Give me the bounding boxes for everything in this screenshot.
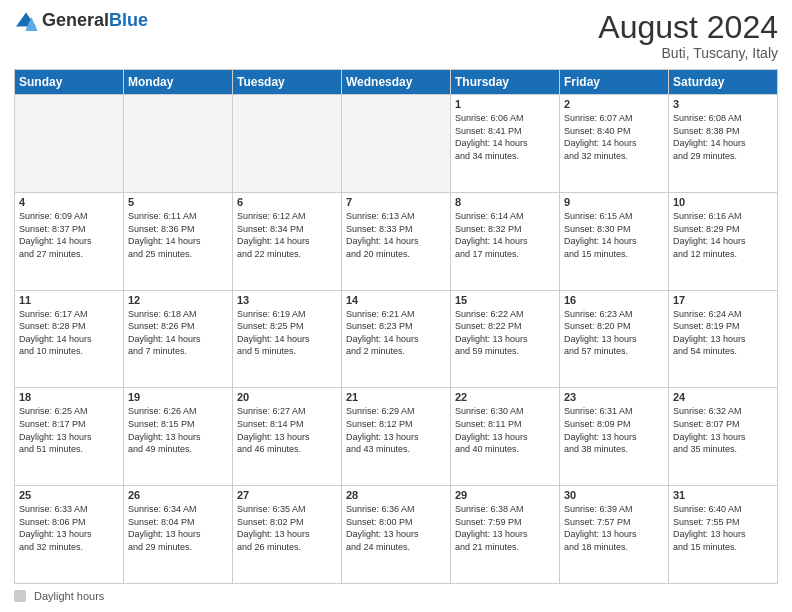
col-header-thursday: Thursday — [451, 70, 560, 95]
calendar-cell: 14Sunrise: 6:21 AM Sunset: 8:23 PM Dayli… — [342, 290, 451, 388]
day-number: 3 — [673, 98, 773, 110]
day-info: Sunrise: 6:30 AM Sunset: 8:11 PM Dayligh… — [455, 405, 555, 455]
day-number: 20 — [237, 391, 337, 403]
calendar-cell: 3Sunrise: 6:08 AM Sunset: 8:38 PM Daylig… — [669, 95, 778, 193]
day-info: Sunrise: 6:26 AM Sunset: 8:15 PM Dayligh… — [128, 405, 228, 455]
day-number: 7 — [346, 196, 446, 208]
calendar-cell: 25Sunrise: 6:33 AM Sunset: 8:06 PM Dayli… — [15, 486, 124, 584]
col-header-saturday: Saturday — [669, 70, 778, 95]
day-info: Sunrise: 6:32 AM Sunset: 8:07 PM Dayligh… — [673, 405, 773, 455]
day-info: Sunrise: 6:40 AM Sunset: 7:55 PM Dayligh… — [673, 503, 773, 553]
week-row-2: 4Sunrise: 6:09 AM Sunset: 8:37 PM Daylig… — [15, 192, 778, 290]
day-number: 23 — [564, 391, 664, 403]
calendar-cell: 12Sunrise: 6:18 AM Sunset: 8:26 PM Dayli… — [124, 290, 233, 388]
day-info: Sunrise: 6:09 AM Sunset: 8:37 PM Dayligh… — [19, 210, 119, 260]
calendar-cell: 8Sunrise: 6:14 AM Sunset: 8:32 PM Daylig… — [451, 192, 560, 290]
calendar-cell: 28Sunrise: 6:36 AM Sunset: 8:00 PM Dayli… — [342, 486, 451, 584]
day-number: 29 — [455, 489, 555, 501]
day-number: 17 — [673, 294, 773, 306]
calendar-cell: 9Sunrise: 6:15 AM Sunset: 8:30 PM Daylig… — [560, 192, 669, 290]
logo-blue: Blue — [109, 10, 148, 30]
calendar-cell: 1Sunrise: 6:06 AM Sunset: 8:41 PM Daylig… — [451, 95, 560, 193]
calendar-cell — [342, 95, 451, 193]
calendar-cell: 7Sunrise: 6:13 AM Sunset: 8:33 PM Daylig… — [342, 192, 451, 290]
calendar-cell — [233, 95, 342, 193]
footer-label: Daylight hours — [34, 590, 104, 602]
title-block: August 2024 Buti, Tuscany, Italy — [598, 10, 778, 61]
calendar-cell: 16Sunrise: 6:23 AM Sunset: 8:20 PM Dayli… — [560, 290, 669, 388]
col-header-wednesday: Wednesday — [342, 70, 451, 95]
day-number: 30 — [564, 489, 664, 501]
day-info: Sunrise: 6:12 AM Sunset: 8:34 PM Dayligh… — [237, 210, 337, 260]
day-number: 22 — [455, 391, 555, 403]
calendar-cell: 11Sunrise: 6:17 AM Sunset: 8:28 PM Dayli… — [15, 290, 124, 388]
day-info: Sunrise: 6:14 AM Sunset: 8:32 PM Dayligh… — [455, 210, 555, 260]
col-header-tuesday: Tuesday — [233, 70, 342, 95]
day-number: 18 — [19, 391, 119, 403]
day-number: 26 — [128, 489, 228, 501]
generalblue-logo-icon — [14, 11, 38, 31]
day-number: 10 — [673, 196, 773, 208]
day-number: 25 — [19, 489, 119, 501]
week-row-4: 18Sunrise: 6:25 AM Sunset: 8:17 PM Dayli… — [15, 388, 778, 486]
day-info: Sunrise: 6:27 AM Sunset: 8:14 PM Dayligh… — [237, 405, 337, 455]
day-number: 13 — [237, 294, 337, 306]
day-number: 11 — [19, 294, 119, 306]
day-info: Sunrise: 6:06 AM Sunset: 8:41 PM Dayligh… — [455, 112, 555, 162]
calendar-table: SundayMondayTuesdayWednesdayThursdayFrid… — [14, 69, 778, 584]
day-info: Sunrise: 6:25 AM Sunset: 8:17 PM Dayligh… — [19, 405, 119, 455]
day-number: 2 — [564, 98, 664, 110]
subtitle: Buti, Tuscany, Italy — [598, 45, 778, 61]
day-number: 21 — [346, 391, 446, 403]
day-info: Sunrise: 6:17 AM Sunset: 8:28 PM Dayligh… — [19, 308, 119, 358]
page: GeneralBlue August 2024 Buti, Tuscany, I… — [0, 0, 792, 612]
calendar-cell: 4Sunrise: 6:09 AM Sunset: 8:37 PM Daylig… — [15, 192, 124, 290]
day-info: Sunrise: 6:24 AM Sunset: 8:19 PM Dayligh… — [673, 308, 773, 358]
day-number: 8 — [455, 196, 555, 208]
day-number: 15 — [455, 294, 555, 306]
calendar-cell: 18Sunrise: 6:25 AM Sunset: 8:17 PM Dayli… — [15, 388, 124, 486]
day-number: 9 — [564, 196, 664, 208]
logo-general: General — [42, 10, 109, 30]
calendar-cell: 29Sunrise: 6:38 AM Sunset: 7:59 PM Dayli… — [451, 486, 560, 584]
day-info: Sunrise: 6:21 AM Sunset: 8:23 PM Dayligh… — [346, 308, 446, 358]
day-info: Sunrise: 6:07 AM Sunset: 8:40 PM Dayligh… — [564, 112, 664, 162]
calendar-cell: 23Sunrise: 6:31 AM Sunset: 8:09 PM Dayli… — [560, 388, 669, 486]
day-info: Sunrise: 6:18 AM Sunset: 8:26 PM Dayligh… — [128, 308, 228, 358]
footer-dot — [14, 590, 26, 602]
day-info: Sunrise: 6:08 AM Sunset: 8:38 PM Dayligh… — [673, 112, 773, 162]
day-info: Sunrise: 6:29 AM Sunset: 8:12 PM Dayligh… — [346, 405, 446, 455]
calendar-cell — [124, 95, 233, 193]
calendar-cell: 5Sunrise: 6:11 AM Sunset: 8:36 PM Daylig… — [124, 192, 233, 290]
day-number: 31 — [673, 489, 773, 501]
calendar-cell: 20Sunrise: 6:27 AM Sunset: 8:14 PM Dayli… — [233, 388, 342, 486]
calendar-cell: 26Sunrise: 6:34 AM Sunset: 8:04 PM Dayli… — [124, 486, 233, 584]
calendar-cell: 2Sunrise: 6:07 AM Sunset: 8:40 PM Daylig… — [560, 95, 669, 193]
col-header-friday: Friday — [560, 70, 669, 95]
day-number: 4 — [19, 196, 119, 208]
day-number: 14 — [346, 294, 446, 306]
logo-text: GeneralBlue — [42, 10, 148, 31]
footer: Daylight hours — [14, 590, 778, 602]
calendar-cell — [15, 95, 124, 193]
week-row-3: 11Sunrise: 6:17 AM Sunset: 8:28 PM Dayli… — [15, 290, 778, 388]
col-header-sunday: Sunday — [15, 70, 124, 95]
day-number: 12 — [128, 294, 228, 306]
day-info: Sunrise: 6:11 AM Sunset: 8:36 PM Dayligh… — [128, 210, 228, 260]
calendar-cell: 6Sunrise: 6:12 AM Sunset: 8:34 PM Daylig… — [233, 192, 342, 290]
calendar-cell: 15Sunrise: 6:22 AM Sunset: 8:22 PM Dayli… — [451, 290, 560, 388]
day-info: Sunrise: 6:39 AM Sunset: 7:57 PM Dayligh… — [564, 503, 664, 553]
calendar-cell: 19Sunrise: 6:26 AM Sunset: 8:15 PM Dayli… — [124, 388, 233, 486]
day-info: Sunrise: 6:31 AM Sunset: 8:09 PM Dayligh… — [564, 405, 664, 455]
day-info: Sunrise: 6:13 AM Sunset: 8:33 PM Dayligh… — [346, 210, 446, 260]
day-number: 16 — [564, 294, 664, 306]
day-number: 28 — [346, 489, 446, 501]
week-row-1: 1Sunrise: 6:06 AM Sunset: 8:41 PM Daylig… — [15, 95, 778, 193]
day-number: 6 — [237, 196, 337, 208]
calendar-cell: 31Sunrise: 6:40 AM Sunset: 7:55 PM Dayli… — [669, 486, 778, 584]
col-header-monday: Monday — [124, 70, 233, 95]
calendar-cell: 30Sunrise: 6:39 AM Sunset: 7:57 PM Dayli… — [560, 486, 669, 584]
header-row: SundayMondayTuesdayWednesdayThursdayFrid… — [15, 70, 778, 95]
logo: GeneralBlue — [14, 10, 148, 31]
day-info: Sunrise: 6:38 AM Sunset: 7:59 PM Dayligh… — [455, 503, 555, 553]
